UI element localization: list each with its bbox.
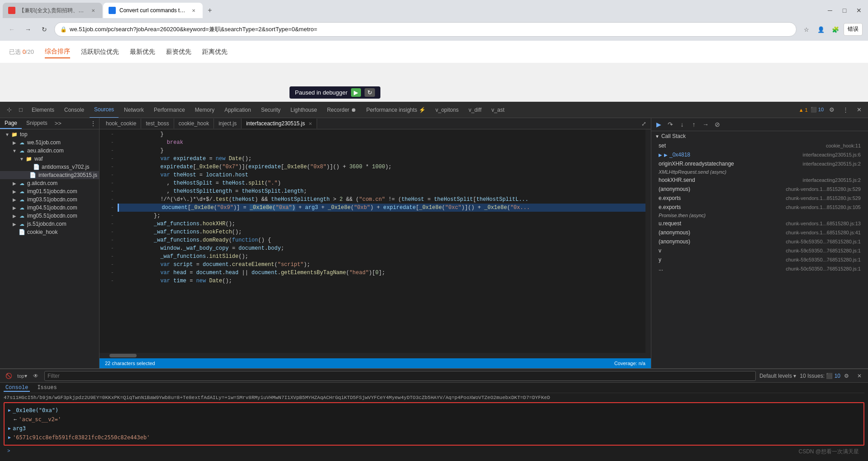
dt-tab-lighthouse[interactable]: Lighthouse: [286, 102, 322, 118]
console-settings-button[interactable]: ⚙: [844, 373, 849, 379]
dt-tab-memory[interactable]: Memory: [190, 102, 219, 118]
console-content[interactable]: Console Issues 47s11HGcI5h/b9jm/wGF3pkjp…: [0, 383, 868, 461]
tab1-close[interactable]: ✕: [90, 7, 97, 14]
cs-item-eexports2[interactable]: e.exports chunk-vendors.1...8515280.js:1…: [651, 203, 868, 212]
cs-item-v[interactable]: v chunk-59c59350...768515280.js:1: [651, 246, 868, 255]
step-into-button[interactable]: ↓: [677, 119, 688, 130]
dt-tab-performance[interactable]: Performance: [149, 102, 190, 118]
settings-icon[interactable]: ⚙: [826, 105, 837, 115]
resume-icon[interactable]: ▶: [351, 88, 361, 97]
reload-button[interactable]: ↻: [38, 23, 51, 36]
dt-tab-v-diff[interactable]: v_diff: [464, 102, 486, 118]
back-button[interactable]: ←: [5, 23, 18, 36]
dt-tab-performance-insights[interactable]: Performance insights ⚡: [362, 102, 430, 118]
nav-item-综合排序[interactable]: 综合排序: [45, 46, 70, 58]
tree-item-cookie-hook[interactable]: ▶ 📄 cookie_hook: [0, 228, 99, 236]
console-tab-console[interactable]: Console: [4, 385, 30, 392]
code-content[interactable]: ----- ----- ----- ---- } break } var exp…: [100, 129, 651, 353]
dt-tab-recorder[interactable]: Recorder ⏺: [323, 102, 361, 118]
dt-tab-v-ast[interactable]: v_ast: [487, 102, 509, 118]
tree-item-js51[interactable]: ▶ ☁ js.51jobcdn.com: [0, 220, 99, 228]
nav-item-活跃职位优先[interactable]: 活跃职位优先: [81, 46, 119, 58]
src-panel-action[interactable]: ⋮: [87, 118, 99, 129]
cs-item-anon1[interactable]: (anonymous) chunk-vendors.1...8515280.js…: [651, 185, 868, 194]
nav-item-薪资优先[interactable]: 薪资优先: [166, 46, 191, 58]
console-output-0xa[interactable]: ▶ _0x1e8e("0xa"): [8, 406, 860, 415]
cs-item-more[interactable]: ... chunk-50c50350...768515280.js:1: [651, 264, 868, 273]
new-tab-button[interactable]: +: [204, 4, 216, 17]
console-output-arg3[interactable]: ▶ arg3: [8, 424, 860, 433]
dt-tab-security[interactable]: Security: [256, 102, 285, 118]
tree-item-aeu[interactable]: ▼ ☁ aeu.alicdn.com: [0, 147, 99, 155]
code-editor-expand[interactable]: ⤢: [638, 118, 649, 129]
dt-tab-network[interactable]: Network: [119, 102, 148, 118]
tree-item-img01[interactable]: ▶ ☁ img01.51jobcdn.com: [0, 187, 99, 195]
scrollbar-thumb[interactable]: [109, 354, 137, 357]
translate-button[interactable]: 错误: [844, 23, 863, 36]
console-tab-issues[interactable]: Issues: [35, 385, 58, 392]
extension-button[interactable]: 🧩: [829, 23, 842, 36]
dt-tab-console[interactable]: Console: [60, 102, 89, 118]
forward-button[interactable]: →: [22, 23, 34, 36]
console-prompt[interactable]: >: [4, 447, 864, 455]
browser-tab-1[interactable]: 【兼职(全文),贵阳招聘、求职】 ✕: [3, 3, 102, 18]
tree-item-img05[interactable]: ▶ ☁ img05.51jobcdn.com: [0, 212, 99, 220]
src-tab-page[interactable]: Page: [0, 118, 22, 129]
browser-tab-2[interactable]: Convert curl commands to G... ✕: [103, 3, 203, 18]
close-devtools-button[interactable]: ✕: [854, 105, 864, 115]
maximize-button[interactable]: □: [838, 4, 851, 17]
code-tab-test-boss[interactable]: test_boss: [141, 119, 174, 128]
dt-tab-application[interactable]: Application: [220, 102, 256, 118]
console-eye-button[interactable]: 👁: [31, 371, 41, 381]
cs-item-urequest[interactable]: u.request chunk-vendors.1...68515280.js:…: [651, 219, 868, 228]
code-lines[interactable]: } break } var expiredate = new Date(); e…: [118, 129, 645, 353]
dt-tab-sources[interactable]: Sources: [90, 102, 119, 118]
src-tab-more[interactable]: >>: [52, 118, 64, 129]
step-out-button[interactable]: ↑: [688, 119, 699, 130]
cs-item-anon2[interactable]: (anonymous) chunk-vendors.1...68515280.j…: [651, 228, 868, 237]
devtools-pointer-icon[interactable]: ⊹: [4, 105, 14, 115]
code-tab-cookie-hook[interactable]: cookie_hook: [174, 119, 214, 128]
console-output-hash[interactable]: ▶ '6571c91cc8efb591fc83821fc0c2550c82e44…: [8, 433, 860, 442]
tree-item-interfaceacting[interactable]: ▶ 📄 interfaceacting230515.js: [0, 171, 99, 179]
tree-item-g-alicdn[interactable]: ▶ ☁ g.alicdn.com: [0, 179, 99, 187]
deactivate-breakpoints[interactable]: ⊘: [712, 119, 723, 130]
nav-item-最新优先[interactable]: 最新优先: [130, 46, 155, 58]
cs-item-originxhr[interactable]: originXHR.onreadystatechange interfaceac…: [651, 159, 868, 168]
minimize-button[interactable]: ─: [824, 4, 836, 17]
console-clear-button[interactable]: 🚫: [4, 371, 14, 381]
resume-button[interactable]: ▶: [653, 119, 664, 130]
cs-item-anon3[interactable]: (anonymous) chunk-59c59350...768515280.j…: [651, 237, 868, 246]
horizontal-scrollbar[interactable]: [100, 353, 651, 358]
src-tab-snippets[interactable]: Snippets: [22, 118, 52, 129]
nav-item-距离优先[interactable]: 距离优先: [202, 46, 228, 58]
tree-item-antidomxss[interactable]: ▶ 📄 antidomxss_v702.js: [0, 163, 99, 171]
call-stack-header[interactable]: ▼ Call Stack: [651, 131, 868, 141]
tree-item-img04[interactable]: ▶ ☁ img04.51jobcdn.com: [0, 204, 99, 212]
tab2-close[interactable]: ✕: [190, 7, 197, 14]
bookmark-button[interactable]: ☆: [800, 23, 813, 36]
cs-item-hookxhr[interactable]: hookXHR.send interfaceacting230515.js:2: [651, 176, 868, 185]
code-tab-hook-cookie[interactable]: hook_cookie: [101, 119, 141, 128]
console-top-button[interactable]: top ▾: [17, 371, 27, 381]
devtools-device-icon[interactable]: □: [15, 105, 26, 115]
cs-item-0x4818[interactable]: ▶ _0x4818 interfaceacting230515.js:6: [651, 150, 868, 159]
step-over-button[interactable]: ↷: [665, 119, 676, 130]
tree-item-img03[interactable]: ▶ ☁ img03.51jobcdn.com: [0, 195, 99, 204]
cs-item-eexports1[interactable]: e.exports chunk-vendors.1...8515280.js:5…: [651, 194, 868, 203]
vertical-scrollbar[interactable]: [645, 129, 651, 353]
more-icon[interactable]: ⋮: [840, 105, 851, 115]
cs-item-y[interactable]: y chunk-59c59350...768515280.js:1: [651, 255, 868, 264]
close-button[interactable]: ✕: [853, 4, 865, 17]
default-levels-label[interactable]: Default levels ▾: [759, 373, 796, 379]
dt-tab-elements[interactable]: Elements: [27, 102, 59, 118]
code-tab-close[interactable]: ✕: [308, 121, 312, 126]
console-close-button[interactable]: ✕: [854, 371, 864, 381]
dt-tab-v-opitons[interactable]: v_opitons: [431, 102, 463, 118]
console-filter-input[interactable]: [44, 371, 756, 381]
tree-item-waf[interactable]: ▼ 📁 waf: [0, 155, 99, 163]
url-bar[interactable]: 🔒 we.51job.com/pc/search?jobArea=260200&…: [54, 22, 797, 37]
tree-item-we51[interactable]: ▶ ☁ we.51job.com: [0, 138, 99, 147]
code-tab-interfaceacting[interactable]: interfaceacting230515.js ✕: [242, 119, 317, 128]
profile-button[interactable]: 👤: [815, 23, 827, 36]
